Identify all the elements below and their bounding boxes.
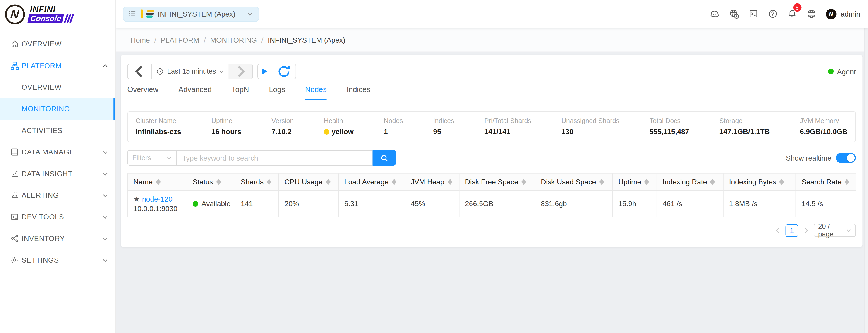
- sidebar-item-label: PLATFORM: [22, 61, 62, 70]
- tab-indices[interactable]: Indices: [347, 84, 370, 100]
- header-actions: 8 N admin: [710, 8, 860, 20]
- user-avatar[interactable]: N: [826, 9, 836, 19]
- page-size-select[interactable]: 20 / page: [814, 224, 856, 237]
- toggle-knob: [847, 154, 855, 162]
- time-forward-button[interactable]: [229, 64, 253, 79]
- username[interactable]: admin: [841, 10, 860, 18]
- col-header-status[interactable]: Status: [187, 174, 235, 190]
- app-root: N INFINI Console OVERVIEW PLATFORM OVERV…: [0, 0, 868, 333]
- discord-icon[interactable]: [710, 9, 719, 19]
- sidebar-item-platform[interactable]: PLATFORM: [0, 55, 115, 77]
- stat-cluster-name: Cluster Name infinilabs-ezs: [135, 117, 181, 137]
- sidebar-item-monitoring[interactable]: MONITORING: [0, 98, 115, 120]
- col-header-indexing-rate[interactable]: Indexing Rate: [657, 174, 723, 190]
- chevron-down-icon: [219, 69, 224, 74]
- sidebar-item-settings[interactable]: SETTINGS: [0, 249, 115, 271]
- stat-total-docs: Total Docs 555,115,487: [650, 117, 689, 137]
- sidebar-item-platform-overview[interactable]: OVERVIEW: [0, 77, 115, 98]
- sort-icon: [645, 179, 649, 185]
- tab-nodes[interactable]: Nodes: [305, 84, 327, 100]
- next-page-button[interactable]: [803, 227, 809, 234]
- node-link[interactable]: node-120: [142, 194, 173, 203]
- tab-topn[interactable]: TopN: [231, 84, 249, 100]
- realtime-toggle[interactable]: [836, 153, 856, 163]
- stat-version: Version 7.10.2: [272, 117, 293, 137]
- search-input[interactable]: [176, 150, 373, 165]
- breadcrumb-current: INFINI_SYSTEM (Apex): [268, 36, 345, 44]
- breadcrumb-home[interactable]: Home: [131, 36, 150, 44]
- col-header-indexing-bytes[interactable]: Indexing Bytes: [723, 174, 796, 190]
- chevron-down-icon: [247, 11, 253, 17]
- col-header-cpu-usage[interactable]: CPU Usage: [279, 174, 338, 190]
- sort-icon: [216, 179, 221, 185]
- sidebar-item-dev-tools[interactable]: DEV TOOLS: [0, 206, 115, 228]
- star-icon[interactable]: ★: [133, 194, 140, 203]
- col-header-disk-used[interactable]: Disk Used Space: [535, 174, 612, 190]
- sidebar-item-label: OVERVIEW: [22, 40, 62, 48]
- stat-label: Health: [324, 117, 353, 125]
- stat-shards: Pri/Total Shards 141/141: [484, 117, 531, 137]
- breadcrumb-platform[interactable]: PLATFORM: [161, 36, 199, 44]
- stat-label: Total Docs: [650, 117, 689, 125]
- sidebar-item-activities[interactable]: ACTIVITIES: [0, 120, 115, 141]
- col-header-uptime[interactable]: Uptime: [613, 174, 657, 190]
- sidebar-item-data-insight[interactable]: DATA INSIGHT: [0, 163, 115, 184]
- help-icon[interactable]: [768, 9, 777, 19]
- main-area: INFINI_SYSTEM (Apex) 8 N admin Home: [116, 0, 868, 333]
- page-number-1[interactable]: 1: [785, 224, 798, 237]
- col-header-jvm-heap[interactable]: JVM Heap: [405, 174, 459, 190]
- time-range-button[interactable]: Last 15 minutes: [152, 64, 229, 79]
- tab-advanced[interactable]: Advanced: [178, 84, 212, 100]
- agent-status: Agent: [828, 67, 856, 75]
- sort-icon: [392, 179, 396, 185]
- scrollbar[interactable]: [864, 28, 868, 333]
- col-header-load-average[interactable]: Load Average: [338, 174, 405, 190]
- sort-icon: [710, 179, 715, 185]
- refresh-button[interactable]: [273, 64, 296, 79]
- sidebar-item-alerting[interactable]: ALERTING: [0, 184, 115, 206]
- cell-indexing-bytes: 1.8MB /s: [723, 190, 796, 217]
- cell-search-rate: 14.5 /s: [796, 190, 856, 217]
- col-label: Indexing Bytes: [729, 178, 776, 186]
- col-header-search-rate[interactable]: Search Rate: [796, 174, 856, 190]
- sidebar-item-inventory[interactable]: INVENTORY: [0, 228, 115, 249]
- stat-value: 7.10.2: [272, 127, 293, 136]
- sort-icon: [522, 179, 526, 185]
- stat-label: Indices: [433, 117, 454, 125]
- cell-disk-free: 266.5GB: [459, 190, 535, 217]
- sort-icon: [326, 179, 330, 185]
- col-header-name[interactable]: Name: [128, 174, 187, 190]
- cluster-selector[interactable]: INFINI_SYSTEM (Apex): [123, 6, 259, 21]
- playback-group: [258, 64, 296, 79]
- col-header-shards[interactable]: Shards: [235, 174, 279, 190]
- globe-clock-icon[interactable]: [729, 9, 739, 19]
- node-address: 10.0.0.1:9030: [133, 204, 187, 212]
- search-button[interactable]: [373, 150, 396, 165]
- sidebar-item-overview[interactable]: OVERVIEW: [0, 33, 115, 55]
- sidebar-item-label: ACTIVITIES: [22, 126, 62, 134]
- play-icon: [262, 69, 268, 74]
- col-label: Status: [193, 178, 213, 186]
- language-globe-icon[interactable]: [806, 9, 816, 19]
- filters-select[interactable]: Filters: [127, 150, 176, 165]
- prev-page-button[interactable]: [775, 227, 781, 234]
- play-button[interactable]: [258, 64, 273, 79]
- col-header-disk-free[interactable]: Disk Free Space: [459, 174, 535, 190]
- notifications-button[interactable]: 8: [787, 8, 797, 20]
- stat-label: Uptime: [212, 117, 241, 125]
- elasticsearch-icon: [146, 10, 155, 18]
- logo-slashes-icon: [65, 14, 73, 23]
- sort-icon: [267, 179, 272, 185]
- filter-bar: Filters Show realtime: [127, 150, 856, 165]
- time-back-button[interactable]: [128, 64, 152, 79]
- filters-select-label: Filters: [132, 154, 151, 162]
- sidebar-item-data-manage[interactable]: DATA MANAGE: [0, 141, 115, 163]
- tab-logs[interactable]: Logs: [269, 84, 285, 100]
- chevron-down-icon: [102, 149, 108, 155]
- stat-indices: Indices 95: [433, 117, 454, 137]
- breadcrumb-monitoring[interactable]: MONITORING: [210, 36, 257, 44]
- cell-cpu-usage: 20%: [279, 190, 338, 217]
- tab-overview[interactable]: Overview: [127, 84, 158, 100]
- app-logo[interactable]: N INFINI Console: [0, 0, 115, 28]
- console-terminal-icon[interactable]: [748, 9, 758, 19]
